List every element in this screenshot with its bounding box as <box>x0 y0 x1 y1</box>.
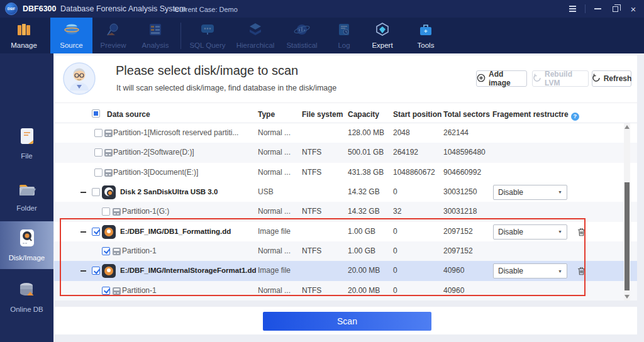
total-sectors-cell: 30031218 <box>443 202 477 221</box>
delete-icon[interactable] <box>576 266 586 276</box>
data-source-cell: E:/DBF_IMG/InternalStorageFormat1.dd <box>120 261 256 280</box>
row-checkbox[interactable] <box>102 287 110 295</box>
row-checkbox[interactable] <box>94 168 103 177</box>
scan-button[interactable]: Scan <box>263 312 431 331</box>
type-cell: Normal ... <box>258 143 291 162</box>
collapse-toggle-icon[interactable] <box>80 192 86 193</box>
table-scrollbar[interactable] <box>624 123 630 301</box>
row-checkbox[interactable] <box>94 148 103 157</box>
titlebar-divider <box>585 4 586 13</box>
fragment-restructure-select[interactable]: Disable ▼ <box>493 263 567 279</box>
page-subtitle: It will scan selected disk/image, find d… <box>116 84 336 92</box>
start-position-cell: 0 <box>393 281 397 301</box>
info-icon[interactable]: ? <box>571 113 579 121</box>
app-title: Database Forensic Analysis System <box>60 4 186 13</box>
sidebar-item-folder[interactable]: Folder <box>0 173 53 221</box>
add-image-button[interactable]: Add image <box>476 70 527 87</box>
scroll-down-icon[interactable] <box>625 295 630 299</box>
nav-divider <box>180 23 181 49</box>
nav-tab-sql-query[interactable]: SQL Query <box>186 18 229 53</box>
hierarchical-icon <box>247 22 264 40</box>
capacity-cell: 128.00 MB <box>348 123 384 143</box>
refresh-button[interactable]: Refresh <box>592 70 631 87</box>
current-case-label: Current Case: Demo <box>174 6 238 13</box>
fragment-restructure-select[interactable]: Disable ▼ <box>493 185 567 200</box>
data-source-cell: E:/DBF_IMG/DB1_Formatting.dd <box>120 222 231 241</box>
page-title: Please select disk/image to scan <box>116 63 298 78</box>
col-capacity: Capacity <box>348 110 379 119</box>
nav-tab-expert[interactable]: Expert <box>364 18 401 53</box>
table-row[interactable]: Partition-1(G:) Normal ... NTFS 14.32 GB… <box>54 202 637 221</box>
refresh-icon <box>592 74 601 84</box>
file-system-cell: NTFS <box>302 241 321 261</box>
select-all-checkbox[interactable] <box>92 109 100 118</box>
delete-icon[interactable] <box>576 227 586 237</box>
table-row[interactable]: Partition-3[Document(E:)] Normal ... NTF… <box>54 163 637 182</box>
table-row[interactable]: Partition-1 Normal ... NTFS 20.00 MB 0 4… <box>54 281 637 301</box>
manage-icon <box>16 22 32 40</box>
nav-tab-analysis[interactable]: Analysis <box>135 18 175 53</box>
assistant-avatar <box>63 62 96 97</box>
capacity-cell: 431.38 GB <box>348 163 384 182</box>
table-row[interactable]: E:/DBF_IMG/InternalStorageFormat1.dd Ima… <box>54 261 637 280</box>
table-row[interactable]: Disk 2 SanDiskUltra USB 3.0 USB 14.32 GB… <box>54 182 637 202</box>
row-checkbox[interactable] <box>102 247 110 255</box>
chevron-down-icon: ▼ <box>558 229 562 234</box>
table-row[interactable]: Partition-1[Microsoft reserved partiti..… <box>54 123 637 143</box>
analysis-icon <box>147 22 164 40</box>
total-sectors-cell: 40960 <box>443 261 464 280</box>
app-name: DBF6300 <box>23 4 57 13</box>
partition-icon <box>113 287 121 295</box>
table-row[interactable]: Partition-2[Software(D:)] Normal ... NTF… <box>54 143 637 162</box>
nav-tab-source[interactable]: Source <box>50 18 92 53</box>
table-row[interactable]: Partition-1 Normal ... NTFS 1.00 GB 0 20… <box>54 241 637 261</box>
nav-tab-tools[interactable]: Tools <box>408 18 444 53</box>
nav-tab-hierarchical[interactable]: Hierarchical <box>231 18 279 53</box>
nav-tab-manage[interactable]: Manage <box>4 18 44 53</box>
start-position-cell: 264192 <box>393 143 418 162</box>
partition-icon <box>104 149 113 157</box>
total-sectors-cell: 2097152 <box>443 241 473 261</box>
type-cell: Image file <box>258 261 291 280</box>
nav-tab-log[interactable]: Log <box>328 18 360 53</box>
collapse-toggle-icon[interactable] <box>80 231 86 233</box>
data-source-cell: Partition-1(G:) <box>122 202 169 221</box>
collapse-toggle-icon[interactable] <box>80 270 86 272</box>
row-checkbox[interactable] <box>92 228 100 236</box>
start-position-cell: 0 <box>393 241 397 261</box>
row-checkbox[interactable] <box>92 267 100 275</box>
total-sectors-cell: 30031250 <box>443 182 477 202</box>
log-icon <box>336 22 352 40</box>
data-source-cell: Partition-2[Software(D:)] <box>113 143 194 162</box>
fragment-restructure-select[interactable]: Disable ▼ <box>493 224 567 240</box>
minimize-button[interactable] <box>590 0 605 18</box>
file-system-cell: NTFS <box>302 202 321 221</box>
type-cell: Normal ... <box>258 163 291 182</box>
scroll-up-icon[interactable] <box>625 125 630 129</box>
row-checkbox[interactable] <box>102 207 110 216</box>
disk-icon <box>102 185 116 199</box>
rebuild-lvm-button[interactable]: Rebuild LVM <box>532 70 589 87</box>
row-checkbox[interactable] <box>94 129 103 137</box>
source-icon <box>64 22 80 40</box>
sidebar-item-online-db[interactable]: Online DB <box>0 273 53 321</box>
start-position-cell: 0 <box>393 182 397 202</box>
close-button[interactable]: × <box>625 0 641 18</box>
type-cell: Image file <box>258 222 291 241</box>
maximize-button[interactable] <box>608 0 623 18</box>
top-navbar: Manage Source Preview Analysis SQL Query… <box>0 18 644 53</box>
nav-tab-preview[interactable]: Preview <box>93 18 133 53</box>
disk-image-icon <box>18 229 36 250</box>
row-checkbox[interactable] <box>92 188 100 196</box>
menu-icon[interactable] <box>564 0 580 18</box>
sidebar-item-file[interactable]: File <box>0 119 53 167</box>
capacity-cell: 20.00 MB <box>348 281 380 301</box>
nav-tab-statistical[interactable]: Statistical <box>280 18 323 53</box>
start-position-cell: 1048860672 <box>393 163 435 182</box>
capacity-cell: 20.00 MB <box>348 261 380 280</box>
col-start-position: Start position <box>393 110 441 119</box>
scrollbar-thumb[interactable] <box>625 182 630 290</box>
sidebar-item-disk-image[interactable]: Disk/Image <box>0 221 53 269</box>
table-row[interactable]: E:/DBF_IMG/DB1_Formatting.dd Image file … <box>54 222 637 241</box>
online-db-icon <box>18 282 36 302</box>
